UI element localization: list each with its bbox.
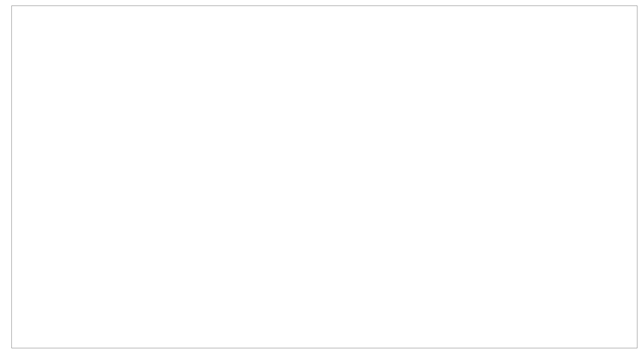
plot-area — [12, 6, 637, 348]
score-swatch — [627, 17, 636, 20]
legend-item-spam — [625, 11, 636, 15]
legend-item-not-spam — [625, 6, 636, 9]
not-spam-swatch — [627, 6, 636, 9]
legend-item-score — [625, 17, 636, 20]
spam-swatch — [627, 11, 636, 15]
rbl-statistics-chart — [0, 0, 644, 362]
legend — [625, 6, 636, 22]
